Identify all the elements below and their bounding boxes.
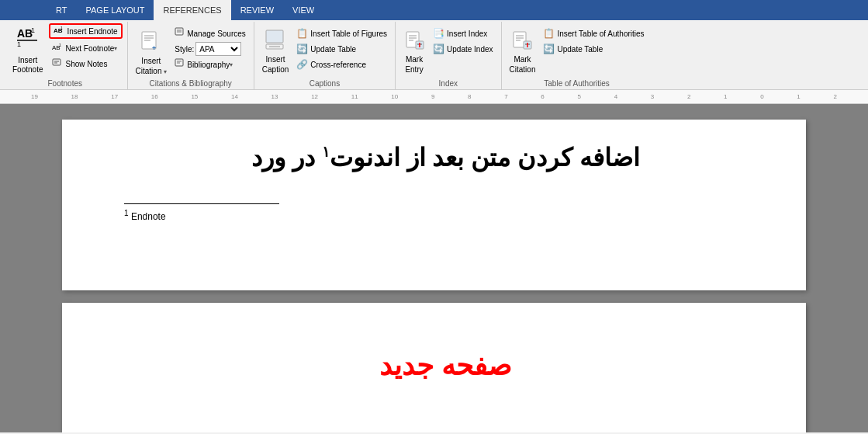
- insert-table-authorities-button[interactable]: 📋 Insert Table of Authorities: [540, 26, 647, 41]
- update-table-captions-icon: 🔄: [296, 43, 308, 54]
- show-notes-label: Show Notes: [65, 60, 107, 68]
- footnotes-group: AB 1 1 InsertFootnote AB 1: [3, 22, 128, 89]
- bibliography-button[interactable]: Bibliography ▾: [171, 57, 249, 72]
- update-table-authorities-button[interactable]: 🔄 Update Table: [540, 41, 647, 57]
- insert-citation-button[interactable]: + InsertCitation ▾: [133, 23, 171, 75]
- tab-view[interactable]: VIEW: [283, 0, 323, 20]
- insert-index-button[interactable]: 📑 Insert Index: [430, 26, 496, 41]
- insert-caption-icon: [265, 29, 286, 54]
- manage-sources-button[interactable]: Manage Sources: [171, 26, 249, 41]
- insert-footnote-button[interactable]: AB 1 1 InsertFootnote: [8, 23, 47, 75]
- svg-text:1: 1: [17, 40, 21, 48]
- authorities-small-col: 📋 Insert Table of Authorities 🔄 Update T…: [540, 23, 647, 57]
- next-footnote-icon: AB 1: [52, 42, 63, 55]
- tab-review[interactable]: REVIEW: [231, 0, 283, 20]
- authorities-content: MarkCitation 📋 Insert Table of Authoriti…: [507, 23, 648, 79]
- style-select-row: Style: APA MLA Chicago: [171, 41, 249, 57]
- insert-citation-label: InsertCitation ▾: [136, 56, 168, 76]
- page1-title-text: اضافه کردن متن بعد از اندنوت: [330, 144, 640, 172]
- footnote-small-buttons: AB 1 Insert Endnote AB 1 Next Footnote: [49, 23, 122, 71]
- captions-content: InsertCaption 📋 Insert Table of Figures …: [259, 23, 390, 79]
- tab-rt[interactable]: RT: [47, 0, 76, 20]
- citations-label: Citations & Bibliography: [150, 79, 232, 89]
- insert-caption-label: InsertCaption: [262, 54, 289, 75]
- mark-citation-label: MarkCitation: [510, 54, 536, 75]
- captions-small-col: 📋 Insert Table of Figures 🔄 Update Table…: [293, 23, 390, 72]
- next-footnote-button[interactable]: AB 1 Next Footnote ▾: [49, 40, 122, 56]
- svg-text:1: 1: [61, 26, 63, 30]
- manage-sources-icon: [175, 27, 185, 40]
- svg-rect-19: [175, 59, 183, 66]
- index-content: MarkEntry 📑 Insert Index 🔄 Update Index: [400, 23, 496, 79]
- insert-table-figures-button[interactable]: 📋 Insert Table of Figures: [293, 26, 390, 41]
- insert-endnote-label: Insert Endnote: [67, 27, 117, 36]
- tab-references[interactable]: REFERENCES: [154, 0, 230, 20]
- footnote-content: Endnote: [131, 211, 166, 222]
- page-2: صفحه جدید: [62, 303, 806, 432]
- ruler-marks: 191817161514 1312111098 765432 1012: [31, 93, 837, 100]
- svg-rect-8: [53, 59, 61, 65]
- update-table-captions-label: Update Table: [310, 45, 356, 54]
- svg-rect-16: [175, 28, 183, 35]
- show-notes-button[interactable]: Show Notes: [49, 56, 122, 71]
- index-group: MarkEntry 📑 Insert Index 🔄 Update Index …: [396, 22, 502, 89]
- insert-table-figures-label: Insert Table of Figures: [310, 30, 387, 38]
- bibliography-label: Bibliography: [187, 61, 230, 69]
- insert-endnote-icon: AB 1: [54, 25, 64, 38]
- footnotes-content: AB 1 1 InsertFootnote AB 1: [8, 23, 123, 79]
- footnotes-label: Footnotes: [48, 79, 82, 89]
- svg-rect-22: [266, 30, 283, 43]
- insert-table-authorities-icon: 📋: [543, 28, 555, 39]
- page1-title-suffix: در ورد: [251, 144, 322, 172]
- mark-citation-button[interactable]: MarkCitation: [507, 23, 539, 75]
- update-table-captions-button[interactable]: 🔄 Update Table: [293, 41, 390, 57]
- svg-text:1: 1: [59, 43, 61, 47]
- ruler: 191817161514 1312111098 765432 1012: [0, 90, 868, 104]
- index-small-col: 📑 Insert Index 🔄 Update Index: [430, 23, 496, 57]
- update-index-button[interactable]: 🔄 Update Index: [430, 41, 496, 57]
- insert-footnote-icon: AB 1 1: [16, 23, 40, 54]
- next-footnote-dropdown[interactable]: ▾: [114, 45, 117, 52]
- svg-text:1: 1: [31, 26, 35, 34]
- mark-entry-button[interactable]: MarkEntry: [400, 23, 428, 75]
- tab-page-layout[interactable]: PAGE LAYOUT: [76, 0, 154, 20]
- mark-entry-label: MarkEntry: [405, 54, 423, 75]
- style-dropdown[interactable]: APA MLA Chicago: [195, 42, 241, 56]
- cross-reference-button[interactable]: 🔗 Cross-reference: [293, 57, 390, 72]
- insert-index-label: Insert Index: [447, 30, 487, 38]
- update-table-authorities-icon: 🔄: [543, 43, 555, 54]
- authorities-group: MarkCitation 📋 Insert Table of Authoriti…: [502, 22, 652, 89]
- page1-title: اضافه کردن متن بعد از اندنوت۱ در ورد: [124, 143, 767, 172]
- manage-sources-label: Manage Sources: [187, 30, 246, 38]
- citations-group: + InsertCitation ▾ Manage Sources: [128, 22, 254, 89]
- page2-title: صفحه جدید: [124, 349, 767, 382]
- update-table-authorities-label: Update Table: [557, 45, 603, 54]
- insert-endnote-button[interactable]: AB 1 Insert Endnote: [49, 23, 122, 39]
- citations-content: + InsertCitation ▾ Manage Sources: [133, 23, 249, 79]
- show-notes-icon: [52, 57, 63, 71]
- footnote-number: 1: [124, 209, 129, 217]
- footnote-separator: [124, 203, 279, 204]
- cross-reference-label: Cross-reference: [310, 61, 366, 69]
- index-label: Index: [439, 79, 458, 89]
- insert-caption-button[interactable]: InsertCaption: [259, 23, 292, 75]
- insert-citation-icon: +: [140, 29, 162, 56]
- update-index-label: Update Index: [447, 45, 493, 54]
- citations-small-col: Manage Sources Style: APA MLA Chicago: [171, 23, 249, 72]
- authorities-label: Table of Authorities: [544, 79, 610, 89]
- footnote-text: 1 Endnote: [124, 209, 767, 222]
- next-footnote-label: Next Footnote: [65, 44, 114, 53]
- page1-superscript: ۱: [322, 144, 330, 160]
- captions-label: Captions: [310, 79, 340, 89]
- ribbon: AB 1 1 InsertFootnote AB 1: [0, 20, 868, 90]
- page-1: اضافه کردن متن بعد از اندنوت۱ در ورد 1 E…: [62, 120, 806, 290]
- bibliography-icon: [175, 58, 185, 71]
- bibliography-dropdown[interactable]: ▾: [230, 61, 233, 68]
- svg-text:+: +: [152, 44, 156, 52]
- mark-entry-icon: [403, 29, 425, 54]
- style-label: Style:: [175, 45, 194, 54]
- insert-footnote-label: InsertFootnote: [12, 56, 43, 75]
- cross-reference-icon: 🔗: [296, 59, 308, 70]
- insert-table-figures-icon: 📋: [296, 28, 308, 39]
- mark-citation-icon: [512, 29, 534, 54]
